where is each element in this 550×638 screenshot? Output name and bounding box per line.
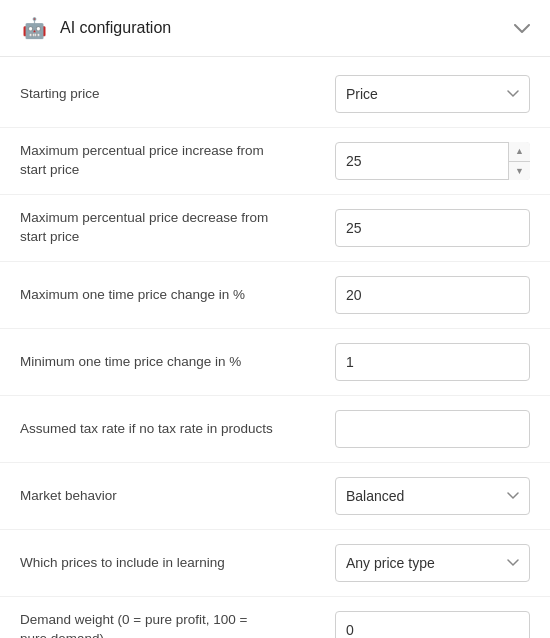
input-assumed-tax-rate[interactable]	[335, 410, 530, 448]
row-market-behavior: Market behavior Balanced Aggressive Cons…	[0, 463, 550, 530]
control-max-one-time	[335, 276, 530, 314]
label-max-price-increase: Maximum percentual price increase from s…	[20, 142, 290, 180]
label-starting-price: Starting price	[20, 85, 290, 104]
panel-title: AI configuration	[60, 19, 171, 37]
spinner-buttons: ▲ ▼	[508, 142, 530, 180]
label-min-one-time: Minimum one time price change in %	[20, 353, 290, 372]
select-starting-price[interactable]: Price Cost Manual	[335, 75, 530, 113]
robot-icon: 🤖	[20, 14, 48, 42]
row-which-prices: Which prices to include in learning Any …	[0, 530, 550, 597]
input-max-price-increase[interactable]	[335, 142, 530, 180]
input-max-price-decrease[interactable]	[335, 209, 530, 247]
control-max-price-decrease	[335, 209, 530, 247]
control-min-one-time	[335, 343, 530, 381]
header-left: 🤖 AI configuration	[20, 14, 171, 42]
control-starting-price: Price Cost Manual	[335, 75, 530, 113]
label-which-prices: Which prices to include in learning	[20, 554, 290, 573]
row-demand-weight: Demand weight (0 = pure profit, 100 = pu…	[0, 597, 550, 638]
label-max-one-time: Maximum one time price change in %	[20, 286, 290, 305]
input-max-one-time[interactable]	[335, 276, 530, 314]
chevron-down-icon[interactable]	[514, 18, 530, 39]
row-min-one-time: Minimum one time price change in %	[0, 329, 550, 396]
label-max-price-decrease: Maximum percentual price decrease from s…	[20, 209, 290, 247]
control-which-prices: Any price type Sales price Cost price	[335, 544, 530, 582]
row-assumed-tax-rate: Assumed tax rate if no tax rate in produ…	[0, 396, 550, 463]
number-spinner-wrap: ▲ ▼	[335, 142, 530, 180]
label-assumed-tax-rate: Assumed tax rate if no tax rate in produ…	[20, 420, 290, 439]
label-demand-weight: Demand weight (0 = pure profit, 100 = pu…	[20, 611, 290, 638]
panel-header[interactable]: 🤖 AI configuration	[0, 0, 550, 57]
input-demand-weight[interactable]	[335, 611, 530, 638]
input-min-one-time[interactable]	[335, 343, 530, 381]
spinner-down-button[interactable]: ▼	[509, 162, 530, 181]
label-market-behavior: Market behavior	[20, 487, 290, 506]
spinner-up-button[interactable]: ▲	[509, 142, 530, 162]
select-market-behavior[interactable]: Balanced Aggressive Conservative	[335, 477, 530, 515]
control-max-price-increase: ▲ ▼	[335, 142, 530, 180]
row-max-price-increase: Maximum percentual price increase from s…	[0, 128, 550, 195]
row-starting-price: Starting price Price Cost Manual	[0, 61, 550, 128]
row-max-price-decrease: Maximum percentual price decrease from s…	[0, 195, 550, 262]
control-demand-weight	[335, 611, 530, 638]
row-max-one-time: Maximum one time price change in %	[0, 262, 550, 329]
form-body: Starting price Price Cost Manual Maximum…	[0, 57, 550, 638]
control-assumed-tax-rate	[335, 410, 530, 448]
control-market-behavior: Balanced Aggressive Conservative	[335, 477, 530, 515]
select-which-prices[interactable]: Any price type Sales price Cost price	[335, 544, 530, 582]
ai-configuration-panel: 🤖 AI configuration Starting price Price …	[0, 0, 550, 638]
